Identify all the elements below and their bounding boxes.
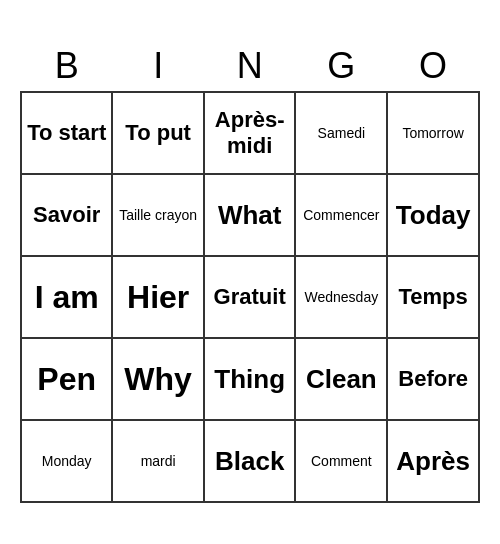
header-o: O [387, 41, 479, 92]
header-n: N [204, 41, 296, 92]
bingo-cell-4-0: Monday [21, 420, 112, 502]
header-g: G [295, 41, 387, 92]
bingo-cell-2-1: Hier [112, 256, 203, 338]
bingo-cell-2-4: Temps [387, 256, 479, 338]
bingo-cell-4-1: mardi [112, 420, 203, 502]
bingo-card: B I N G O To startTo putAprès-midiSamedi… [20, 41, 480, 503]
bingo-row-2: I amHierGratuitWednesdayTemps [21, 256, 479, 338]
bingo-cell-0-1: To put [112, 92, 203, 174]
bingo-row-3: PenWhyThingCleanBefore [21, 338, 479, 420]
bingo-cell-0-2: Après-midi [204, 92, 296, 174]
bingo-row-0: To startTo putAprès-midiSamediTomorrow [21, 92, 479, 174]
bingo-cell-1-0: Savoir [21, 174, 112, 256]
bingo-cell-1-3: Commencer [295, 174, 387, 256]
bingo-cell-4-3: Comment [295, 420, 387, 502]
bingo-row-4: MondaymardiBlackCommentAprès [21, 420, 479, 502]
bingo-cell-1-1: Taille crayon [112, 174, 203, 256]
bingo-cell-3-0: Pen [21, 338, 112, 420]
bingo-header-row: B I N G O [21, 41, 479, 92]
bingo-cell-1-4: Today [387, 174, 479, 256]
bingo-cell-4-2: Black [204, 420, 296, 502]
bingo-cell-3-2: Thing [204, 338, 296, 420]
bingo-cell-0-0: To start [21, 92, 112, 174]
bingo-body: To startTo putAprès-midiSamediTomorrowSa… [21, 92, 479, 502]
bingo-cell-1-2: What [204, 174, 296, 256]
header-i: I [112, 41, 203, 92]
bingo-cell-4-4: Après [387, 420, 479, 502]
bingo-cell-2-3: Wednesday [295, 256, 387, 338]
bingo-cell-0-4: Tomorrow [387, 92, 479, 174]
bingo-cell-3-4: Before [387, 338, 479, 420]
bingo-cell-3-1: Why [112, 338, 203, 420]
bingo-row-1: SavoirTaille crayonWhatCommencerToday [21, 174, 479, 256]
bingo-cell-2-2: Gratuit [204, 256, 296, 338]
bingo-cell-3-3: Clean [295, 338, 387, 420]
header-b: B [21, 41, 112, 92]
bingo-cell-2-0: I am [21, 256, 112, 338]
bingo-cell-0-3: Samedi [295, 92, 387, 174]
